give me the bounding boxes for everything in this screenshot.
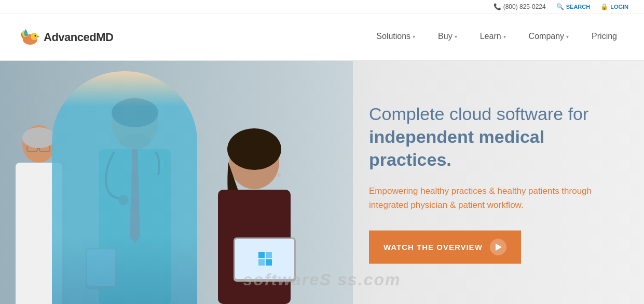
nav-solutions[interactable]: Solutions ▾	[365, 14, 427, 61]
svg-rect-23	[235, 239, 294, 279]
svg-rect-3	[0, 61, 353, 304]
logo-text: AdvancedMD	[44, 31, 113, 44]
svg-rect-13	[99, 149, 171, 304]
cta-label: WATCH THE OVERVIEW	[383, 243, 483, 252]
nav-company[interactable]: Company ▾	[517, 14, 580, 61]
header: AdvancedMD Solutions ▾ Buy ▾ Learn ▾ Com…	[0, 14, 644, 61]
hero-headline: Complete cloud software for independent …	[369, 102, 618, 171]
nav-learn[interactable]: Learn ▾	[469, 14, 517, 61]
login-label: LOGIN	[610, 4, 628, 10]
nav-buy[interactable]: Buy ▾	[427, 14, 469, 61]
phone-number: (800) 825-0224	[503, 3, 546, 10]
top-bar: 📞 (800) 825-0224 🔍 SEARCH 🔒 LOGIN	[0, 0, 644, 14]
phone-icon: 📞	[494, 3, 501, 10]
svg-point-11	[112, 98, 158, 127]
watch-overview-button[interactable]: WATCH THE OVERVIEW	[369, 230, 521, 263]
svg-point-19	[227, 128, 281, 170]
svg-point-20	[277, 173, 281, 177]
svg-rect-26	[258, 259, 265, 266]
play-circle	[490, 239, 506, 255]
buy-chevron-icon: ▾	[455, 34, 457, 39]
search-label: SEARCH	[566, 4, 590, 10]
search-icon: 🔍	[556, 3, 564, 10]
svg-rect-25	[266, 252, 272, 258]
hero-section: softwareS ss.com Complete cloud software…	[0, 61, 644, 304]
svg-rect-16	[86, 248, 117, 289]
logo-bird-icon	[16, 25, 40, 50]
svg-point-10	[112, 97, 158, 149]
logo[interactable]: AdvancedMD	[16, 25, 113, 50]
lock-icon: 🔒	[600, 3, 608, 10]
hero-content: Complete cloud software for independent …	[359, 92, 628, 274]
svg-point-12	[119, 134, 150, 149]
svg-rect-27	[266, 259, 272, 266]
hero-photo	[0, 61, 353, 304]
svg-rect-24	[258, 252, 265, 258]
svg-rect-8	[16, 163, 62, 304]
company-chevron-icon: ▾	[566, 34, 569, 39]
svg-point-9	[22, 127, 56, 148]
svg-point-2	[35, 35, 36, 36]
nav-pricing[interactable]: Pricing	[580, 14, 628, 61]
svg-rect-17	[87, 249, 115, 286]
hero-subtext: Empowering healthy practices & healthy p…	[369, 183, 618, 212]
svg-marker-14	[130, 149, 140, 243]
svg-point-15	[118, 195, 129, 205]
svg-point-1	[31, 33, 38, 40]
solutions-chevron-icon: ▾	[413, 34, 415, 39]
play-icon	[496, 243, 502, 250]
search-link[interactable]: 🔍 SEARCH	[556, 3, 590, 10]
learn-chevron-icon: ▾	[503, 34, 506, 39]
main-nav: Solutions ▾ Buy ▾ Learn ▾ Company ▾ Pric…	[365, 14, 628, 61]
phone-link[interactable]: 📞 (800) 825-0224	[494, 3, 546, 10]
hero-illustration	[0, 61, 353, 304]
login-link[interactable]: 🔒 LOGIN	[600, 3, 628, 10]
